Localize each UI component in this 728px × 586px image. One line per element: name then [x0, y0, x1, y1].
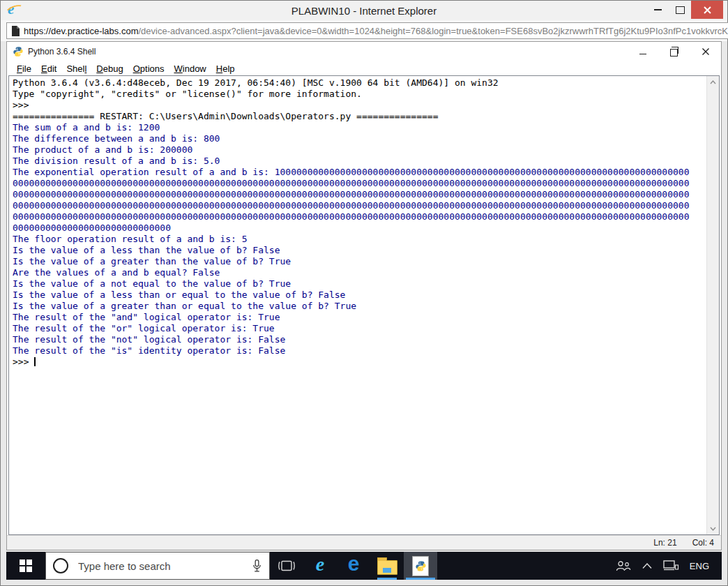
search-input[interactable] [77, 559, 252, 573]
menu-edit[interactable]: Edit [37, 63, 61, 75]
shell-line: Is the value of a greater than the value… [13, 256, 706, 267]
python-icon [13, 46, 24, 57]
shell-titlebar: Python 3.6.4 Shell [7, 42, 721, 61]
start-button[interactable] [6, 552, 45, 580]
close-button[interactable] [691, 1, 723, 19]
url-text: https://dev.practice-labs.com/device-adv… [24, 26, 728, 36]
shell-line: >>> [13, 100, 706, 111]
taskbar-item-file-explorer[interactable] [370, 552, 404, 580]
shell-window-title: Python 3.6.4 Shell [28, 47, 96, 57]
network-icon [662, 559, 679, 572]
url-field[interactable]: https://dev.practice-labs.com/device-adv… [6, 22, 728, 39]
shell-line: Python 3.6.4 (v3.6.4:d48eceb, Dec 19 201… [13, 77, 706, 89]
ie-titlebar: e PLABWIN10 - Internet Explorer [1, 1, 727, 20]
edge-icon: e [348, 552, 360, 576]
minimize-icon [654, 9, 662, 10]
minimize-icon [639, 54, 646, 54]
python-file-icon [412, 556, 429, 576]
network-status-button[interactable] [658, 552, 684, 580]
shell-line: Is the value of a greater than or equal … [13, 301, 706, 312]
status-line-number: Ln: 21 [653, 538, 676, 548]
menu-options[interactable]: Options [129, 63, 169, 75]
people-button[interactable] [610, 552, 637, 580]
chevron-up-icon [642, 562, 653, 569]
shell-line: The result of the "is" identity operator… [13, 345, 706, 356]
shell-line: The floor operation result of a and b is… [13, 234, 706, 245]
shell-line: Are the values of a and b equal? False [13, 267, 706, 278]
shell-statusbar: Ln: 21 Col: 4 [7, 535, 721, 550]
menu-help[interactable]: Help [212, 63, 239, 75]
internet-explorer-icon: e [316, 553, 324, 576]
menu-window[interactable]: Window [169, 63, 210, 75]
shell-line: >>> [13, 356, 706, 368]
shell-line: =============== RESTART: C:\Users\Admin\… [13, 111, 706, 122]
scroll-down-button[interactable] [707, 523, 719, 534]
menu-debug[interactable]: Debug [92, 63, 127, 75]
taskbar: e e E [6, 552, 722, 580]
taskbar-item-edge[interactable]: e [337, 552, 370, 580]
ie-window: e PLABWIN10 - Internet Explorer https://… [0, 0, 728, 586]
language-indicator[interactable]: ENG [684, 561, 718, 571]
url-path: /device-advanced.aspx?client=java&device… [139, 26, 728, 36]
microphone-icon[interactable] [252, 558, 262, 573]
shell-restore-button[interactable] [658, 42, 690, 61]
shell-line: Is the value of a not equal to the value… [13, 278, 706, 290]
python-shell-window: Python 3.6.4 Shell FileEditShellDebugOpt… [6, 41, 722, 550]
maximize-button[interactable] [669, 1, 691, 19]
restore-icon [670, 49, 678, 57]
shell-line: Is the value of a less than the value of… [13, 245, 706, 256]
shell-line: 0000000000000000000000000000000000000000… [13, 178, 706, 189]
shell-line: The difference between a and b is: 800 [13, 133, 706, 144]
chevron-up-icon [710, 80, 716, 84]
shell-minimize-button[interactable] [627, 42, 658, 61]
menu-file[interactable]: File [13, 63, 36, 75]
shell-line: The division result of a and b is: 5.0 [13, 156, 706, 167]
taskbar-search[interactable] [45, 552, 270, 580]
shell-line: The result of the "not" logical operator… [13, 334, 706, 345]
menu-shell[interactable]: Shell [62, 63, 91, 75]
shell-line: 0000000000000000000000000000000000000000… [13, 200, 706, 211]
shell-body: Python 3.6.4 (v3.6.4:d48eceb, Dec 19 201… [8, 75, 720, 535]
window-frame-bottom [6, 580, 722, 585]
windows-logo-icon [20, 559, 32, 572]
shell-line: Is the value of a less than or equal to … [13, 290, 706, 301]
python-icon [415, 560, 427, 572]
shell-line: 00000000000000000000000000000 [13, 223, 706, 234]
page-icon [11, 26, 20, 36]
shell-line: The result of the "or" logical operator … [13, 323, 706, 334]
people-icon [615, 559, 632, 573]
minimize-button[interactable] [646, 1, 669, 19]
status-column-number: Col: 4 [692, 538, 714, 548]
taskbar-item-python-idle[interactable] [404, 552, 437, 580]
task-view-button[interactable] [270, 552, 303, 580]
shell-line: The product of a and b is: 200000 [13, 144, 706, 156]
url-domain: https://dev.practice-labs.com [24, 26, 139, 36]
vertical-scrollbar[interactable] [706, 76, 719, 534]
shell-line: The exponential operation result of a an… [13, 167, 706, 178]
scroll-up-button[interactable] [707, 76, 719, 88]
show-hidden-icons-button[interactable] [637, 552, 658, 580]
text-cursor [34, 357, 36, 366]
close-icon [702, 47, 710, 56]
shell-line: Type "copyright", "credits" or "license(… [13, 89, 706, 100]
shell-line: The result of the "and" logical operator… [13, 312, 706, 323]
file-explorer-icon [377, 560, 397, 575]
chevron-down-icon [710, 527, 716, 531]
shell-line: The sum of a and b is: 1200 [13, 122, 706, 133]
shell-menubar: FileEditShellDebugOptionsWindowHelp [7, 61, 721, 75]
close-icon [703, 6, 712, 15]
shell-close-button[interactable] [690, 42, 721, 61]
shell-line: 0000000000000000000000000000000000000000… [13, 189, 706, 200]
shell-line: 0000000000000000000000000000000000000000… [13, 211, 706, 223]
maximize-icon [676, 6, 685, 14]
remote-desktop: Python 3.6.4 Shell FileEditShellDebugOpt… [1, 41, 727, 585]
cortana-icon [53, 558, 68, 573]
address-bar: https://dev.practice-labs.com/device-adv… [1, 20, 727, 41]
shell-text-area[interactable]: Python 3.6.4 (v3.6.4:d48eceb, Dec 19 201… [9, 76, 706, 534]
taskbar-item-internet-explorer[interactable]: e [303, 552, 337, 580]
window-title: PLABWIN10 - Internet Explorer [1, 5, 727, 17]
task-view-icon [278, 559, 296, 573]
